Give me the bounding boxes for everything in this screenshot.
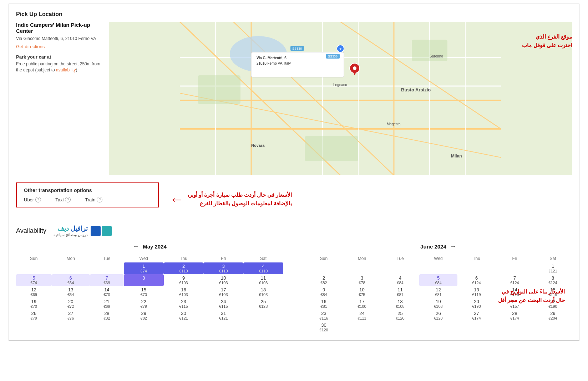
- calendar-day[interactable]: 27€174: [457, 310, 496, 321]
- availability-link[interactable]: availability: [56, 67, 76, 72]
- calendar-day[interactable]: 23€116: [305, 310, 343, 321]
- calendar-day: [381, 262, 419, 274]
- calendar-day[interactable]: 10€103: [203, 274, 243, 286]
- calendar-day[interactable]: 11€81: [381, 286, 419, 298]
- red-arrow-icon: ←: [169, 192, 184, 206]
- calendar-day[interactable]: 26€120: [419, 310, 457, 321]
- calendar-day[interactable]: 17€100: [343, 298, 381, 310]
- day-number: 6: [458, 275, 495, 281]
- transport-annotation-text: الأسعار في حال أردت طلب سيارة أجرة أو أو…: [187, 191, 292, 208]
- calendar-day[interactable]: 29€204: [534, 310, 572, 321]
- calendar-day: [16, 262, 52, 274]
- calendar-day[interactable]: 2€110: [164, 262, 204, 274]
- day-price: €82: [305, 281, 342, 285]
- calendar-day[interactable]: 30€120: [305, 321, 343, 333]
- col-thu: Thu: [457, 255, 496, 262]
- calendar-day[interactable]: 21€69: [90, 298, 124, 310]
- calendar-day: [52, 262, 90, 274]
- calendar-day[interactable]: 26€79: [16, 310, 52, 321]
- calendar-day[interactable]: 11€103: [243, 274, 283, 286]
- calendar-day[interactable]: 2€82: [305, 274, 343, 286]
- calendar-day[interactable]: 4€84: [381, 274, 419, 286]
- calendar-day[interactable]: 25€128: [243, 298, 283, 310]
- day-price: €103: [204, 292, 243, 297]
- prev-month-button[interactable]: ←: [133, 243, 139, 250]
- day-price: €116: [305, 316, 342, 320]
- day-price: €103: [164, 292, 203, 297]
- calendar-day[interactable]: 6€124: [457, 274, 496, 286]
- calendar-day[interactable]: 9€103: [164, 274, 204, 286]
- calendar-day[interactable]: 25€120: [381, 310, 419, 321]
- col-fri: Fri: [496, 255, 534, 262]
- calendar-day[interactable]: 1€121: [534, 262, 572, 274]
- day-number: 2: [305, 275, 342, 281]
- day-price: €79: [125, 304, 163, 309]
- col-sun: Sun: [305, 255, 343, 262]
- calendar-day[interactable]: 28€174: [496, 310, 534, 321]
- calendar-day[interactable]: 29€82: [124, 310, 164, 321]
- day-price: €103: [244, 281, 283, 285]
- calendar-day[interactable]: 14€70: [90, 286, 124, 298]
- train-info-icon[interactable]: ?: [97, 197, 102, 202]
- calendar-day[interactable]: 24€111: [343, 310, 381, 321]
- calendar-day[interactable]: 3€110: [203, 262, 243, 274]
- day-number: 21: [91, 299, 123, 304]
- calendar-day[interactable]: 16€81: [305, 298, 343, 310]
- day-price: €75: [344, 292, 380, 297]
- calendar-day[interactable]: 17€103: [203, 286, 243, 298]
- get-directions-link[interactable]: Get directions: [16, 44, 103, 49]
- day-price: €121: [534, 269, 571, 273]
- calendar-day[interactable]: 18€103: [243, 286, 283, 298]
- taxi-info-icon[interactable]: ?: [65, 197, 71, 202]
- calendar-day[interactable]: 20€72: [52, 298, 90, 310]
- calendar-day[interactable]: 19€70: [16, 298, 52, 310]
- calendar-day[interactable]: 7€124: [496, 274, 534, 286]
- calendar-day[interactable]: 28€82: [90, 310, 124, 321]
- calendar-day[interactable]: 8: [124, 274, 164, 286]
- day-price: €84: [420, 281, 457, 285]
- day-number: 27: [52, 311, 89, 316]
- calendar-day[interactable]: 18€108: [381, 298, 419, 310]
- col-sun: Sun: [16, 255, 52, 262]
- calendar-day[interactable]: 22€79: [124, 298, 164, 310]
- day-price: €70: [91, 292, 123, 297]
- calendar-day[interactable]: 3€78: [343, 274, 381, 286]
- calendar-day[interactable]: 12€69: [16, 286, 52, 298]
- day-number: 30: [164, 311, 203, 316]
- calendar-day: [343, 262, 381, 274]
- calendar-day[interactable]: 1€74: [124, 262, 164, 274]
- calendar-day[interactable]: 5€74: [16, 274, 52, 286]
- calendar-day: [305, 262, 343, 274]
- calendar-day[interactable]: 4€110: [243, 262, 283, 274]
- calendar-day[interactable]: 12€81: [419, 286, 457, 298]
- calendar-day[interactable]: 10€75: [343, 286, 381, 298]
- calendar-day[interactable]: 24€115: [203, 298, 243, 310]
- calendar-day: [457, 321, 496, 333]
- calendar-day[interactable]: 13€64: [52, 286, 90, 298]
- calendar-day[interactable]: 5€84: [419, 274, 457, 286]
- calendar-day[interactable]: 8€124: [534, 274, 572, 286]
- day-price: €108: [420, 304, 457, 309]
- day-number: 23: [305, 311, 342, 316]
- logo-square-teal: [102, 226, 112, 236]
- calendar-day[interactable]: 23€115: [164, 298, 204, 310]
- calendar-day[interactable]: 7€69: [90, 274, 124, 286]
- calendar-day[interactable]: 30€121: [164, 310, 204, 321]
- calendar-day: [419, 262, 457, 274]
- calendar-day[interactable]: 6€64: [52, 274, 90, 286]
- calendar-day[interactable]: 15€70: [124, 286, 164, 298]
- day-price: €121: [164, 316, 203, 320]
- calendar-day[interactable]: 16€103: [164, 286, 204, 298]
- calendar-day[interactable]: 19€108: [419, 298, 457, 310]
- calendar-day[interactable]: 31€121: [203, 310, 243, 321]
- day-number: 24: [204, 299, 243, 304]
- next-month-button[interactable]: →: [450, 243, 456, 250]
- calendar-day[interactable]: 9€84: [305, 286, 343, 298]
- taxi-label: Taxi: [55, 197, 64, 202]
- uber-info-icon[interactable]: ?: [35, 197, 41, 202]
- svg-text:Legnano: Legnano: [333, 83, 347, 87]
- calendar-day[interactable]: 27€76: [52, 310, 90, 321]
- calendar-week-row: 19€7020€7221€6922€7923€11524€11525€128: [16, 298, 283, 310]
- day-price: €124: [458, 281, 495, 285]
- svg-point-28: [353, 66, 356, 70]
